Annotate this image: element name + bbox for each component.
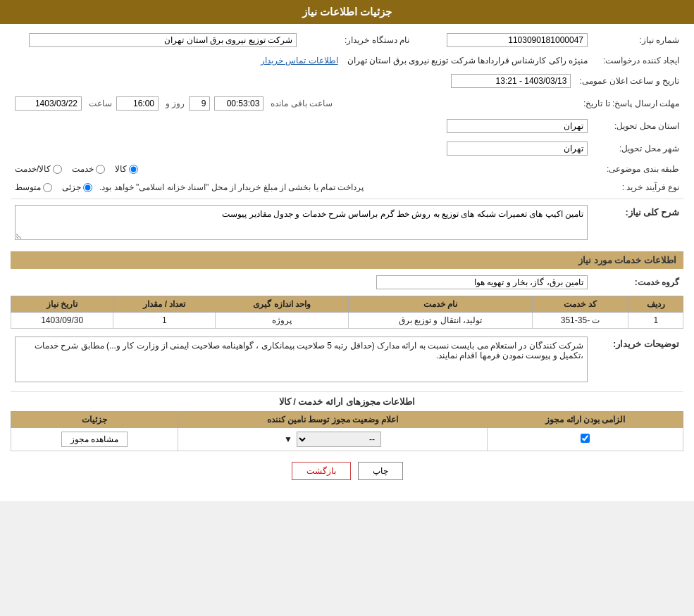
license-details-cell: مشاهده مجوز	[11, 428, 178, 451]
license-status-select[interactable]: --	[297, 432, 381, 447]
services-section-title: اطلاعات خدمات مورد نیاز	[11, 251, 683, 269]
license-row: -- ▼ مشاهده مجوز	[11, 428, 683, 451]
deadline-date-input	[15, 96, 82, 111]
deadline-remaining-label: ساعت باقی مانده	[271, 99, 333, 108]
license-table: الزامی بودن ارائه مجوز اعلام وضعیت مجوز …	[11, 411, 683, 451]
process-label: نوع فرآیند خرید :	[592, 180, 683, 194]
service-group-label: گروه خدمت:	[592, 273, 683, 291]
deadline-remaining-input	[214, 96, 264, 111]
service-group-input	[376, 275, 588, 289]
services-table: ردیف کد خدمت نام خدمت واحد اندازه گیری ت…	[11, 296, 683, 329]
col-license-status: اعلام وضعیت مجوز توسط نامین کننده	[178, 412, 488, 428]
chevron-down-icon: ▼	[284, 434, 292, 444]
creator-name: منیژه راکی کارشناس قراردادها شرکت توزیع …	[347, 56, 588, 65]
category-option-khadamat[interactable]: خدمت	[72, 164, 105, 174]
row-num: 1	[628, 313, 683, 329]
col-unit: واحد اندازه گیری	[216, 296, 348, 313]
buyer-system-input	[29, 33, 297, 47]
deadline-days-input	[189, 96, 210, 111]
service-name: تولید، انتقال و توزیع برق	[348, 313, 532, 329]
buyer-system-label: نام دستگاه خریدار:	[301, 31, 414, 49]
license-status-cell: -- ▼	[178, 428, 488, 451]
quantity: 1	[113, 313, 216, 329]
deadline-time-label: ساعت	[89, 99, 112, 108]
category-option-kala[interactable]: کالا	[115, 164, 138, 174]
service-code: ت -35-351	[532, 313, 628, 329]
contact-link[interactable]: اطلاعات تماس خریدار	[261, 56, 338, 65]
col-need-date: تاریخ نیاز	[11, 296, 113, 313]
category-option-kala-khadamat[interactable]: کالا/خدمت	[15, 164, 62, 174]
deadline-time-input	[116, 96, 159, 111]
creator-label: ایجاد کننده درخواست:	[592, 54, 683, 68]
need-description-textarea[interactable]: تامین اکیپ های تعمیرات شبکه های توزیع به…	[15, 205, 588, 240]
buyer-notes-label: توضیحات خریدار:	[592, 334, 683, 384]
back-button[interactable]: بازگشت	[292, 462, 351, 480]
process-description: پرداخت تمام یا بخشی از مبلغ خریدار از مح…	[99, 182, 364, 192]
need-number-label: شماره نیاز:	[592, 31, 683, 49]
need-date: 1403/09/30	[11, 313, 113, 329]
buyer-notes-box: شرکت کنندگان در استعلام می بایست نسبت به…	[15, 337, 588, 382]
license-required-checkbox-cell	[488, 428, 683, 451]
city-input	[447, 142, 588, 156]
col-service-code: کد خدمت	[532, 296, 628, 313]
page-title: جزئیات اطلاعات نیاز	[0, 0, 694, 24]
need-number-input	[447, 33, 588, 47]
date-time-label: تاریخ و ساعت اعلان عمومی:	[575, 72, 683, 90]
table-row: 1 ت -35-351 تولید، انتقال و توزیع برق پر…	[11, 313, 683, 329]
footer-buttons: چاپ بازگشت	[11, 462, 683, 480]
process-option-jozyi[interactable]: جزئی	[62, 182, 92, 192]
response-deadline-label: مهلت ارسال پاسخ: تا تاریخ:	[564, 94, 683, 113]
view-license-button[interactable]: مشاهده مجوز	[61, 432, 128, 447]
province-input	[447, 119, 588, 133]
category-label: طبقه بندی موضوعی:	[592, 162, 683, 176]
col-service-name: نام خدمت	[348, 296, 532, 313]
date-time-input	[451, 74, 571, 88]
col-license-details: جزئیات	[11, 412, 178, 428]
col-row-num: ردیف	[628, 296, 683, 313]
city-label: شهر محل تحویل:	[592, 139, 683, 158]
unit: پروژه	[216, 313, 348, 329]
province-label: استان محل تحویل:	[592, 117, 683, 135]
need-description-label: شرح کلی نیاز:	[592, 203, 683, 244]
col-quantity: تعداد / مقدار	[113, 296, 216, 313]
license-required-checkbox[interactable]	[581, 434, 590, 443]
print-button[interactable]: چاپ	[358, 462, 403, 480]
deadline-days-label: روز و	[166, 99, 185, 108]
license-section-title: اطلاعات مجوزهای ارائه خدمت / کالا	[11, 391, 683, 407]
process-option-motavaset[interactable]: متوسط	[15, 182, 52, 192]
col-license-required: الزامی بودن ارائه مجوز	[488, 412, 683, 428]
